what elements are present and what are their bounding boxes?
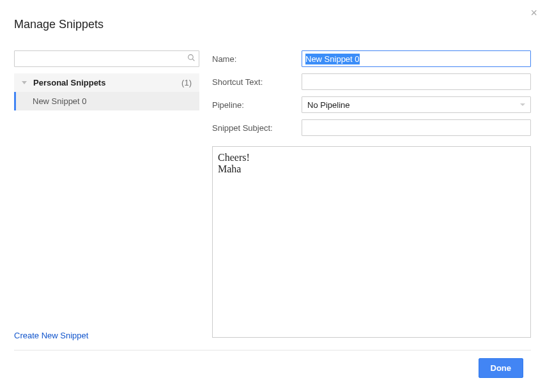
close-icon[interactable]: ×: [530, 6, 537, 20]
name-label: Name:: [212, 54, 302, 64]
pipeline-label: Pipeline:: [212, 100, 302, 110]
pipeline-value: No Pipeline: [307, 100, 350, 110]
snippet-item-label: New Snippet 0: [33, 96, 87, 106]
subject-input[interactable]: [302, 119, 531, 136]
pipeline-dropdown[interactable]: No Pipeline: [302, 96, 531, 113]
chevron-down-icon: [22, 81, 27, 84]
sidebar: Personal Snippets (1) New Snippet 0: [14, 50, 199, 338]
page-title: Manage Snippets: [0, 0, 545, 31]
search-input[interactable]: [14, 50, 199, 67]
create-snippet-link[interactable]: Create New Snippet: [14, 331, 88, 340]
category-count: (1): [181, 78, 192, 87]
divider: [14, 350, 531, 351]
shortcut-label: Shortcut Text:: [212, 77, 302, 87]
snippet-editor[interactable]: Cheers! Maha: [212, 146, 531, 338]
name-value: New Snippet 0: [305, 54, 360, 64]
snippet-category[interactable]: Personal Snippets (1): [14, 73, 199, 92]
name-input[interactable]: New Snippet 0: [302, 50, 531, 67]
snippet-item[interactable]: New Snippet 0: [14, 92, 199, 110]
form-panel: Name: New Snippet 0 Shortcut Text: Pipel…: [212, 50, 531, 338]
chevron-down-icon: [520, 103, 525, 106]
done-button[interactable]: Done: [479, 358, 524, 378]
subject-label: Snippet Subject:: [212, 123, 302, 133]
category-label: Personal Snippets: [33, 78, 181, 87]
shortcut-input[interactable]: [302, 73, 531, 90]
